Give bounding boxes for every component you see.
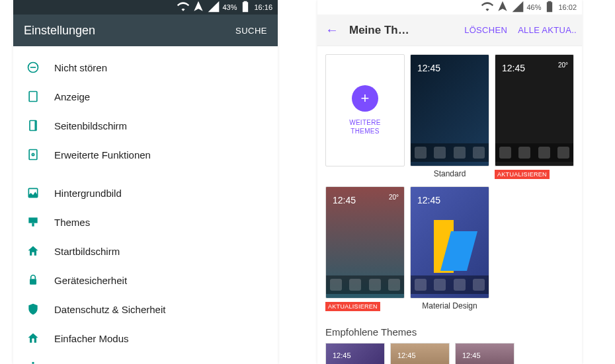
battery-percent: 43% [222, 3, 237, 11]
privacy-icon [26, 303, 40, 316]
settings-item-label: Datenschutz & Sicherheit [54, 304, 165, 315]
wifi-icon [177, 0, 190, 15]
accessibility-icon [26, 361, 40, 364]
settings-item-advanced[interactable]: Erweiterte Funktionen [13, 140, 278, 169]
battery-percent: 46% [526, 3, 541, 11]
settings-item-display[interactable]: Anzeige [13, 82, 278, 111]
status-bar: 46% 16:02 [317, 0, 582, 15]
theme-name: Standard [410, 166, 489, 181]
signal-icon [511, 0, 524, 15]
svg-rect-9 [32, 223, 34, 227]
recommended-row: 12:45 12:45 12:45 [317, 343, 582, 364]
wifi-icon [481, 0, 494, 15]
settings-item-label: Startbildschirm [54, 246, 120, 257]
settings-item-label: Nicht stören [54, 62, 107, 73]
theme-name: Material Design [410, 299, 489, 313]
update-badge: AKTUALISIEREN [495, 170, 550, 179]
add-theme-label: WEITERE THEMES [349, 118, 381, 135]
page-title: Einstellungen [24, 24, 95, 38]
update-badge: AKTUALISIEREN [325, 302, 380, 311]
dnd-icon [26, 61, 40, 74]
settings-item-accessibility[interactable]: Eingabehilfe [13, 353, 278, 364]
add-theme-card[interactable]: + WEITERE THEMES [325, 54, 405, 181]
recommended-theme[interactable]: 12:45 [325, 343, 385, 364]
lock-icon [26, 273, 40, 287]
settings-item-themes[interactable]: Themes [13, 207, 278, 237]
settings-item-label: Seitenbildschirm [54, 120, 127, 131]
theme-card[interactable]: 12:45 20° AKTUALISIEREN [495, 54, 574, 181]
themes-icon [26, 215, 40, 229]
plus-icon: + [352, 85, 378, 112]
svg-rect-5 [29, 150, 37, 160]
settings-item-easy[interactable]: Einfacher Modus [13, 324, 278, 353]
edge-icon [26, 119, 40, 132]
recommended-theme[interactable]: 12:45 [390, 343, 450, 364]
themes-screen: 46% 16:02 ← Meine Th… LÖSCHEN ALLE AKTUA… [317, 0, 582, 364]
section-divider [13, 169, 278, 178]
svg-point-11 [32, 338, 34, 340]
settings-item-privacy[interactable]: Datenschutz & Sicherheit [13, 295, 278, 324]
wallpaper-icon [26, 186, 40, 200]
display-icon [26, 90, 40, 103]
svg-rect-2 [29, 92, 37, 102]
svg-point-6 [32, 153, 34, 155]
advanced-icon [26, 148, 40, 161]
settings-item-security[interactable]: Gerätesicherheit [13, 266, 278, 295]
battery-icon [543, 0, 556, 15]
settings-list: Nicht stören Anzeige Seitenbildschirm Er… [13, 46, 278, 364]
recommended-theme[interactable]: 12:45 [455, 343, 514, 364]
status-bar: 43% 16:16 [13, 0, 278, 15]
recommended-section-title: Empfohlene Themes [317, 321, 582, 343]
settings-item-label: Anzeige [54, 91, 90, 102]
settings-item-label: Themes [54, 217, 90, 228]
settings-item-label: Gerätesicherheit [54, 275, 127, 286]
settings-item-dnd[interactable]: Nicht stören [13, 53, 278, 82]
theme-card[interactable]: 12:45 20° AKTUALISIEREN [325, 186, 405, 313]
settings-item-home[interactable]: Startbildschirm [13, 237, 278, 266]
app-header: Einstellungen SUCHE [13, 15, 278, 46]
settings-item-label: Einfacher Modus [54, 333, 129, 344]
clock-time: 16:02 [558, 3, 577, 11]
search-button[interactable]: SUCHE [235, 26, 267, 36]
my-themes-grid: + WEITERE THEMES 12:45 Standard 12:45 20… [317, 46, 582, 321]
delete-button[interactable]: LÖSCHEN [464, 25, 507, 35]
clock-time: 16:16 [254, 3, 272, 11]
svg-rect-8 [28, 217, 37, 223]
settings-screen: 43% 16:16 Einstellungen SUCHE Nicht stör… [13, 0, 278, 364]
settings-item-label: Hintergrundbild [54, 188, 122, 199]
settings-item-wallpaper[interactable]: Hintergrundbild [13, 178, 278, 207]
back-button[interactable]: ← [323, 22, 341, 38]
battery-icon [239, 0, 252, 15]
location-icon [192, 0, 205, 15]
signal-icon [207, 0, 220, 15]
settings-item-label: Erweiterte Funktionen [54, 149, 151, 161]
easy-mode-icon [26, 332, 40, 345]
home-icon [26, 244, 40, 258]
theme-card-material[interactable]: 12:45 Material Design [410, 186, 489, 313]
settings-item-edge[interactable]: Seitenbildschirm [13, 111, 278, 140]
svg-rect-10 [30, 279, 36, 284]
app-header: ← Meine Th… LÖSCHEN ALLE AKTUA.. [317, 15, 582, 46]
update-all-button[interactable]: ALLE AKTUA.. [518, 25, 577, 35]
page-title: Meine Th… [349, 24, 409, 37]
location-icon [496, 0, 509, 15]
theme-card-standard[interactable]: 12:45 Standard [410, 54, 489, 181]
settings-item-label: Eingabehilfe [54, 362, 109, 365]
